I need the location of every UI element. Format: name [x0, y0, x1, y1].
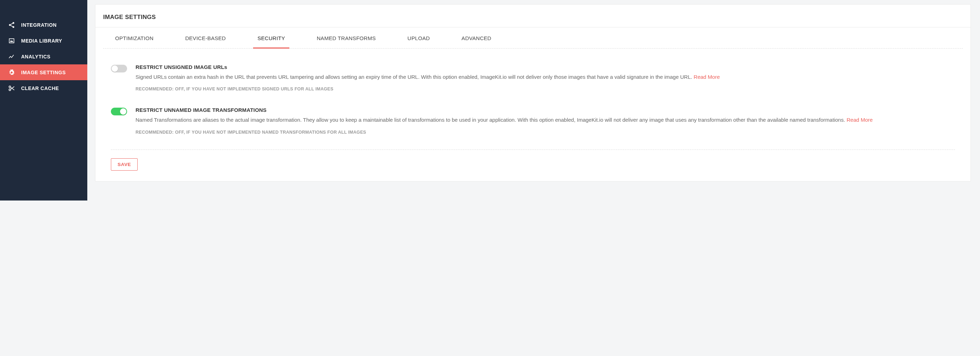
share-icon — [8, 21, 16, 29]
toggle-restrict-unsigned-urls[interactable] — [111, 65, 127, 73]
tab-named-transforms[interactable]: NAMED TRANSFORMS — [313, 27, 380, 49]
sidebar-item-analytics[interactable]: ANALYTICS — [0, 49, 87, 64]
image-icon — [8, 37, 16, 44]
settings-body: RESTRICT UNSIGNED IMAGE URLs Signed URLs… — [103, 49, 963, 181]
sidebar: INTEGRATION MEDIA LIBRARY ANALYTICS IMAG… — [0, 0, 87, 200]
sidebar-item-label: MEDIA LIBRARY — [21, 38, 62, 44]
tab-upload[interactable]: UPLOAD — [403, 27, 434, 49]
tabs-bar: OPTIMIZATION DEVICE-BASED SECURITY NAMED… — [103, 27, 963, 49]
svg-point-2 — [13, 26, 14, 28]
tab-device-based[interactable]: DEVICE-BASED — [181, 27, 230, 49]
sidebar-item-media-library[interactable]: MEDIA LIBRARY — [0, 33, 87, 49]
toggle-restrict-unnamed-transforms[interactable] — [111, 108, 127, 115]
sidebar-item-image-settings[interactable]: IMAGE SETTINGS — [0, 64, 87, 80]
sidebar-item-label: ANALYTICS — [21, 54, 50, 59]
setting-title: RESTRICT UNSIGNED IMAGE URLs — [135, 64, 955, 70]
setting-restrict-unnamed-transforms: RESTRICT UNNAMED IMAGE TRANSFORMATIONS N… — [111, 103, 955, 146]
sidebar-item-label: INTEGRATION — [21, 22, 57, 28]
divider — [111, 149, 955, 150]
setting-recommended: RECOMMENDED: OFF, IF YOU HAVE NOT IMPLEM… — [135, 87, 955, 91]
toggle-knob — [120, 108, 126, 115]
svg-point-0 — [13, 22, 14, 24]
panel-header: IMAGE SETTINGS — [95, 5, 970, 27]
read-more-link[interactable]: Read More — [694, 74, 720, 80]
page-title: IMAGE SETTINGS — [103, 14, 963, 21]
read-more-link[interactable]: Read More — [846, 117, 873, 123]
setting-description: Named Transformations are aliases to the… — [135, 116, 955, 124]
setting-restrict-unsigned-urls: RESTRICT UNSIGNED IMAGE URLs Signed URLs… — [111, 60, 955, 103]
settings-panel: IMAGE SETTINGS OPTIMIZATION DEVICE-BASED… — [95, 4, 971, 181]
chart-line-icon — [8, 53, 16, 60]
main-content: IMAGE SETTINGS OPTIMIZATION DEVICE-BASED… — [87, 0, 980, 200]
scissors-icon — [8, 84, 16, 92]
gear-icon — [8, 68, 16, 76]
svg-point-1 — [9, 24, 11, 26]
setting-title: RESTRICT UNNAMED IMAGE TRANSFORMATIONS — [135, 107, 955, 113]
toggle-knob — [111, 65, 118, 72]
sidebar-item-clear-cache[interactable]: CLEAR CACHE — [0, 80, 87, 96]
save-button[interactable]: SAVE — [111, 158, 138, 171]
sidebar-item-label: CLEAR CACHE — [21, 86, 59, 91]
setting-recommended: RECOMMENDED: OFF, IF YOU HAVE NOT IMPLEM… — [135, 130, 955, 135]
sidebar-item-label: IMAGE SETTINGS — [21, 70, 66, 75]
sidebar-item-integration[interactable]: INTEGRATION — [0, 17, 87, 33]
setting-description: Signed URLs contain an extra hash in the… — [135, 73, 955, 81]
tab-optimization[interactable]: OPTIMIZATION — [111, 27, 158, 49]
tab-advanced[interactable]: ADVANCED — [457, 27, 496, 49]
tab-security[interactable]: SECURITY — [253, 27, 289, 49]
